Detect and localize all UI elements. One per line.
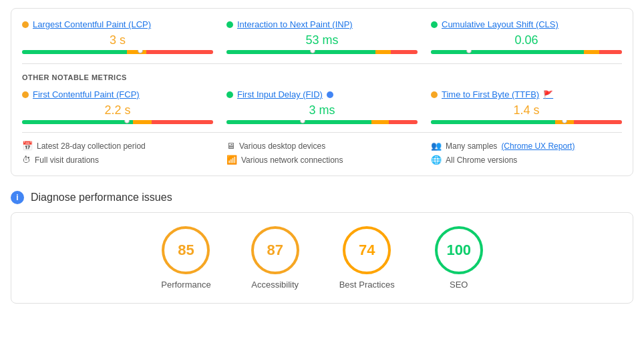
performance-label: Performance [161, 280, 210, 290]
calendar-icon: 📅 [22, 141, 33, 151]
diagnose-header: i Diagnose performance issues [11, 184, 633, 212]
info-grid: 📅 Latest 28-day collection period 🖥 Vari… [22, 132, 622, 165]
metrics-divider [22, 63, 622, 64]
fid-label: First Input Delay (FID) [237, 89, 323, 99]
best-practices-circle: 74 [343, 226, 391, 274]
score-item-accessibility: 87 Accessibility [251, 226, 299, 290]
fcp-label: First Contentful Paint (FCP) [33, 89, 140, 99]
fcp-value: 2.2 s [22, 103, 213, 117]
info-full-visit: ⏱ Full visit durations [22, 155, 213, 165]
clock-icon: ⏱ [22, 155, 31, 165]
many-samples-text: Many samples [446, 141, 497, 151]
lcp-value: 3 s [22, 33, 213, 47]
ttfb-label: Time to First Byte (TTFB) [442, 89, 539, 99]
accessibility-circle: 87 [251, 226, 299, 274]
metric-fcp-title[interactable]: First Contentful Paint (FCP) [22, 89, 213, 99]
notable-metrics-label: OTHER NOTABLE METRICS [22, 73, 622, 81]
notable-metrics-grid: First Contentful Paint (FCP) 2.2 s First [22, 89, 622, 124]
fcp-bar [22, 120, 213, 124]
info-chrome-versions: 🌐 All Chrome versions [431, 155, 622, 165]
fid-dot [226, 91, 233, 98]
scores-card: 85 Performance 87 Accessibility 74 Best … [11, 212, 633, 304]
cls-bar [431, 50, 622, 54]
info-network: 📶 Various network connections [226, 155, 418, 165]
fid-value: 3 ms [226, 103, 418, 117]
ttfb-flag-icon: 🚩 [543, 90, 553, 99]
top-metrics-grid: Largest Contentful Paint (LCP) 3 s Inter… [22, 19, 622, 54]
users-icon: 👥 [431, 141, 442, 151]
info-many-samples: 👥 Many samples (Chrome UX Report) [431, 141, 622, 151]
metric-lcp: Largest Contentful Paint (LCP) 3 s [22, 19, 213, 54]
ttfb-dot [431, 91, 438, 98]
diagnose-icon: i [11, 191, 24, 204]
score-item-seo: 100 SEO [435, 226, 483, 290]
metric-lcp-title[interactable]: Largest Contentful Paint (LCP) [22, 19, 213, 29]
performance-circle: 85 [162, 226, 210, 274]
metric-ttfb: Time to First Byte (TTFB) 🚩 1.4 s [431, 89, 622, 124]
info-collection-period: 📅 Latest 28-day collection period [22, 141, 213, 151]
metric-cls: Cumulative Layout Shift (CLS) 0.06 [431, 19, 622, 54]
score-item-best-practices: 74 Best Practices [339, 226, 395, 290]
cls-value: 0.06 [431, 33, 622, 47]
metric-ttfb-title[interactable]: Time to First Byte (TTFB) 🚩 [431, 89, 622, 99]
score-item-performance: 85 Performance [161, 226, 210, 290]
chrome-versions-text: All Chrome versions [446, 155, 517, 165]
fid-info-dot [327, 91, 333, 98]
inp-bar [226, 50, 418, 54]
desktop-devices-text: Various desktop devices [239, 141, 325, 151]
ttfb-value: 1.4 s [431, 103, 622, 117]
collection-period-text: Latest 28-day collection period [37, 141, 146, 151]
accessibility-label: Accessibility [251, 280, 299, 290]
wifi-icon: 📶 [226, 155, 237, 165]
cls-label: Cumulative Layout Shift (CLS) [442, 19, 558, 29]
lcp-bar [22, 50, 213, 54]
metric-fid-title[interactable]: First Input Delay (FID) [226, 89, 418, 99]
best-practices-label: Best Practices [339, 280, 395, 290]
inp-dot [226, 21, 233, 28]
metric-cls-title[interactable]: Cumulative Layout Shift (CLS) [431, 19, 622, 29]
network-text: Various network connections [241, 155, 343, 165]
metric-inp-title[interactable]: Interaction to Next Paint (INP) [226, 19, 418, 29]
diagnose-title: Diagnose performance issues [31, 192, 172, 204]
metric-fid: First Input Delay (FID) 3 ms [226, 89, 418, 124]
metric-fcp: First Contentful Paint (FCP) 2.2 s [22, 89, 213, 124]
scores-grid: 85 Performance 87 Accessibility 74 Best … [38, 226, 606, 290]
seo-circle: 100 [435, 226, 483, 274]
inp-value: 53 ms [226, 33, 418, 47]
cls-dot [431, 21, 438, 28]
info-desktop-devices: 🖥 Various desktop devices [226, 141, 418, 151]
fid-bar [226, 120, 418, 124]
chrome-ux-report-link[interactable]: (Chrome UX Report) [501, 141, 575, 151]
top-metrics-card: Largest Contentful Paint (LCP) 3 s Inter… [11, 8, 633, 176]
seo-label: SEO [450, 280, 468, 290]
ttfb-bar [431, 120, 622, 124]
desktop-icon: 🖥 [226, 141, 235, 151]
metric-inp: Interaction to Next Paint (INP) 53 ms [226, 19, 418, 54]
fcp-dot [22, 91, 29, 98]
lcp-dot [22, 21, 29, 28]
inp-label: Interaction to Next Paint (INP) [237, 19, 353, 29]
globe-icon: 🌐 [431, 155, 442, 165]
full-visit-text: Full visit durations [35, 155, 99, 165]
lcp-label: Largest Contentful Paint (LCP) [33, 19, 151, 29]
